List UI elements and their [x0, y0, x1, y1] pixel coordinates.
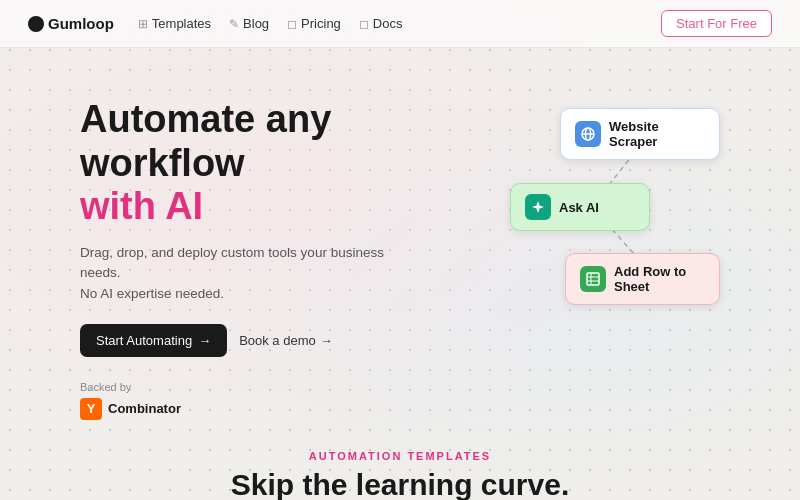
nav-link-docs[interactable]: ◻ Docs [359, 16, 403, 31]
skip-heading: Skip the learning curve. [0, 468, 800, 500]
yc-logo: Y [80, 398, 102, 420]
logo[interactable]: Gumloop [28, 15, 114, 32]
book-demo-button[interactable]: Book a demo → [239, 333, 333, 348]
start-for-free-button[interactable]: Start For Free [661, 10, 772, 37]
hero-left: Automate any workflow with AI Drag, drop… [80, 88, 500, 420]
workflow-node-sheet: Add Row to Sheet [565, 253, 720, 305]
ask-ai-label: Ask AI [559, 200, 599, 215]
arrow-right-icon: → [198, 333, 211, 348]
logo-text: Gumloop [48, 15, 114, 32]
nav-links: ⊞ Templates ✎ Blog ◻ Pricing ◻ Docs [138, 16, 403, 31]
pricing-icon: ◻ [287, 17, 297, 31]
globe-icon [575, 121, 601, 147]
arrow-right-icon: → [320, 333, 333, 348]
hero-heading-pink: with AI [80, 185, 203, 227]
hero-heading: Automate any workflow with AI [80, 98, 500, 229]
svg-rect-5 [587, 273, 599, 285]
navigation: Gumloop ⊞ Templates ✎ Blog ◻ Pricing ◻ D… [0, 0, 800, 48]
workflow-node-website: Website Scraper [560, 108, 720, 160]
automation-tag: AUTOMATION TEMPLATES [0, 450, 800, 462]
workflow-diagram: Website Scraper Ask AI Add Row to She [500, 78, 772, 338]
workflow-node-askai: Ask AI [510, 183, 650, 231]
bottom-section: AUTOMATION TEMPLATES Skip the learning c… [0, 420, 800, 500]
hero-subtext: Drag, drop, and deploy custom tools your… [80, 243, 400, 304]
start-automating-button[interactable]: Start Automating → [80, 324, 227, 357]
add-row-label: Add Row to Sheet [614, 264, 705, 294]
nav-left: Gumloop ⊞ Templates ✎ Blog ◻ Pricing ◻ D… [28, 15, 402, 32]
docs-icon: ◻ [359, 17, 369, 31]
yc-name: Combinator [108, 401, 181, 416]
yc-badge: Y Combinator [80, 398, 500, 420]
blog-icon: ✎ [229, 17, 239, 31]
sheet-icon [580, 266, 606, 292]
nav-link-pricing[interactable]: ◻ Pricing [287, 16, 341, 31]
nav-link-blog[interactable]: ✎ Blog [229, 16, 269, 31]
backed-by-section: Backed by Y Combinator [80, 381, 500, 420]
main-content: Automate any workflow with AI Drag, drop… [0, 48, 800, 420]
hero-buttons: Start Automating → Book a demo → [80, 324, 500, 357]
ai-icon [525, 194, 551, 220]
logo-icon [28, 16, 44, 32]
templates-icon: ⊞ [138, 17, 148, 31]
backed-label: Backed by [80, 381, 500, 393]
website-scraper-label: Website Scraper [609, 119, 705, 149]
nav-link-templates[interactable]: ⊞ Templates [138, 16, 211, 31]
